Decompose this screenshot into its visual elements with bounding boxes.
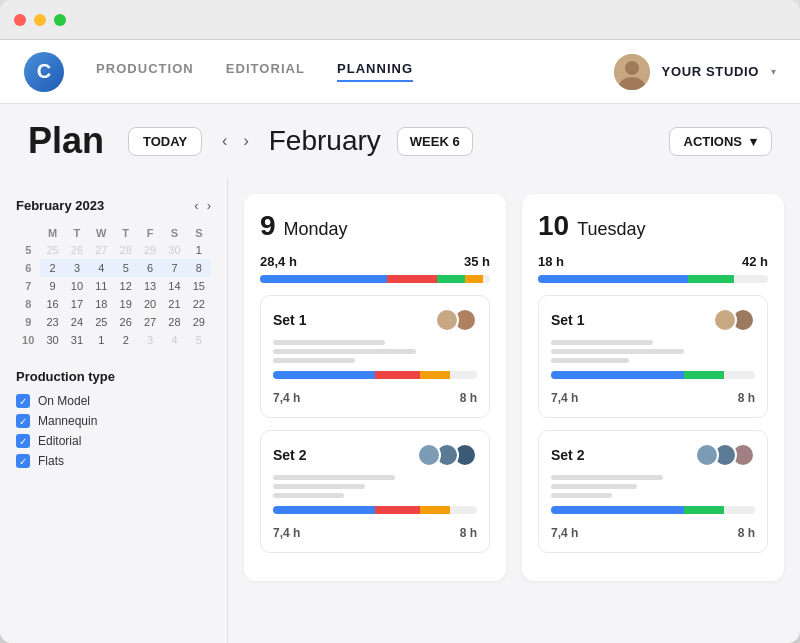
calendar-day[interactable]: 28 — [114, 241, 138, 259]
gray-bar — [273, 358, 355, 363]
hours-total: 35 h — [464, 254, 490, 269]
calendar-day[interactable]: 25 — [40, 241, 64, 259]
set-bar — [551, 371, 755, 379]
set-bar — [273, 371, 477, 379]
prod-type-flats: ✓ Flats — [16, 454, 211, 468]
calendar-day[interactable]: 20 — [138, 295, 162, 313]
calendar-day[interactable]: 11 — [89, 277, 113, 295]
calendar-day[interactable]: 13 — [138, 277, 162, 295]
gray-bar — [551, 340, 653, 345]
studio-label: YOUR STUDIO — [662, 64, 759, 79]
mini-next-icon[interactable]: › — [207, 198, 211, 213]
cal-header-f: F — [138, 225, 162, 241]
calendar-day[interactable]: 7 — [162, 259, 186, 277]
calendar-day[interactable]: 17 — [65, 295, 89, 313]
gray-bar — [551, 358, 629, 363]
week-number: 6 — [16, 259, 40, 277]
day-column-10: 10 Tuesday 18 h 42 h Set 1 7,4 h 8 h Set… — [522, 194, 784, 581]
set-hours-total: 8 h — [738, 526, 755, 540]
set-hours-row: 7,4 h 8 h — [551, 526, 755, 540]
calendar-day[interactable]: 25 — [89, 313, 113, 331]
avatar — [417, 443, 441, 467]
prod-type-label: Editorial — [38, 434, 81, 448]
calendar-day[interactable]: 10 — [65, 277, 89, 295]
calendar-day[interactable]: 3 — [138, 331, 162, 349]
calendar-day[interactable]: 14 — [162, 277, 186, 295]
bar-segment — [260, 275, 387, 283]
nav-links: PRODUCTION EDITORIAL PLANNING — [96, 61, 614, 82]
calendar-day[interactable]: 18 — [89, 295, 113, 313]
checkbox-editorial[interactable]: ✓ — [16, 434, 30, 448]
minimize-button[interactable] — [34, 14, 46, 26]
user-avatar[interactable] — [614, 54, 650, 90]
calendar-day[interactable]: 6 — [138, 259, 162, 277]
calendar-day[interactable]: 26 — [114, 313, 138, 331]
calendar-day[interactable]: 9 — [40, 277, 64, 295]
calendar-day[interactable]: 23 — [40, 313, 64, 331]
calendar-day[interactable]: 19 — [114, 295, 138, 313]
calendar-day[interactable]: 29 — [187, 313, 211, 331]
calendar-day[interactable]: 15 — [187, 277, 211, 295]
close-button[interactable] — [14, 14, 26, 26]
calendar-day[interactable]: 5 — [187, 331, 211, 349]
studio-chevron-icon[interactable]: ▾ — [771, 66, 776, 77]
calendar-day[interactable]: 21 — [162, 295, 186, 313]
calendar-day[interactable]: 29 — [138, 241, 162, 259]
cal-header-t1: T — [65, 225, 89, 241]
day-column-9: 9 Monday 28,4 h 35 h Set 1 7,4 h 8 h Set… — [244, 194, 506, 581]
gray-bar — [551, 349, 684, 354]
bar-segment — [483, 275, 490, 283]
set-card-1: Set 1 7,4 h 8 h — [260, 295, 490, 418]
mini-calendar-grid: M T W T F S S 52526272829301623456787910… — [16, 225, 211, 349]
avatar — [435, 308, 459, 332]
calendar-day[interactable]: 31 — [65, 331, 89, 349]
calendar-day[interactable]: 1 — [89, 331, 113, 349]
calendar-day[interactable]: 24 — [65, 313, 89, 331]
calendar-day[interactable]: 30 — [162, 241, 186, 259]
set-bar-segment — [420, 506, 451, 514]
calendar-day[interactable]: 30 — [40, 331, 64, 349]
calendar-day[interactable]: 5 — [114, 259, 138, 277]
calendar-day[interactable]: 3 — [65, 259, 89, 277]
hours-row: 18 h 42 h — [538, 254, 768, 269]
checkbox-mannequin[interactable]: ✓ — [16, 414, 30, 428]
calendar-day[interactable]: 16 — [40, 295, 64, 313]
mini-calendar-header: February 2023 ‹ › — [16, 198, 211, 213]
calendar-day[interactable]: 2 — [40, 259, 64, 277]
calendar-day[interactable]: 26 — [65, 241, 89, 259]
actions-button[interactable]: ACTIONS ▾ — [669, 127, 773, 156]
gray-bars — [551, 475, 755, 498]
calendar-day[interactable]: 1 — [187, 241, 211, 259]
checkbox-flats[interactable]: ✓ — [16, 454, 30, 468]
calendar-day[interactable]: 27 — [138, 313, 162, 331]
maximize-button[interactable] — [54, 14, 66, 26]
next-arrow-icon[interactable]: › — [239, 130, 252, 152]
calendar-day[interactable]: 28 — [162, 313, 186, 331]
today-button[interactable]: TODAY — [128, 127, 202, 156]
calendar-day[interactable]: 22 — [187, 295, 211, 313]
set-header: Set 2 — [273, 443, 477, 467]
nav-planning[interactable]: PLANNING — [337, 61, 413, 82]
set-hours-used: 7,4 h — [551, 391, 578, 405]
calendar-day[interactable]: 4 — [162, 331, 186, 349]
prev-arrow-icon[interactable]: ‹ — [218, 130, 231, 152]
actions-chevron-icon: ▾ — [750, 134, 757, 149]
set-card-1: Set 1 7,4 h 8 h — [538, 295, 768, 418]
calendar-day[interactable]: 4 — [89, 259, 113, 277]
nav-editorial[interactable]: EDITORIAL — [226, 61, 305, 82]
calendar-day[interactable]: 12 — [114, 277, 138, 295]
day-number: 10 — [538, 210, 569, 242]
week-number: 5 — [16, 241, 40, 259]
checkbox-on-model[interactable]: ✓ — [16, 394, 30, 408]
date-nav: ‹ › — [218, 130, 253, 152]
calendar-day[interactable]: 2 — [114, 331, 138, 349]
bar-segment — [437, 275, 465, 283]
set-bar-segment — [724, 371, 755, 379]
checkmark-icon: ✓ — [19, 436, 27, 447]
bar-segment — [734, 275, 769, 283]
nav-production[interactable]: PRODUCTION — [96, 61, 194, 82]
calendar-day[interactable]: 27 — [89, 241, 113, 259]
calendar-day[interactable]: 8 — [187, 259, 211, 277]
mini-prev-icon[interactable]: ‹ — [194, 198, 198, 213]
set-hours-row: 7,4 h 8 h — [551, 391, 755, 405]
